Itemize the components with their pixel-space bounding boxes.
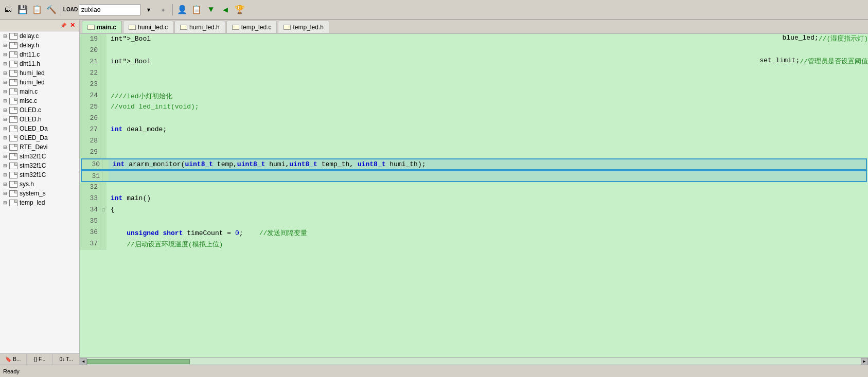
- code-line-30[interactable]: 30 int ararm_monitor(uint8_t temp,uint8_…: [81, 158, 867, 170]
- sidebar-item-8[interactable]: ⊞ OLED.c: [0, 105, 79, 115]
- expand-icon-11: ⊞: [2, 135, 8, 141]
- code-line-21[interactable]: 21 int">_Bool set_limit; //管理员是否设置阈值: [80, 57, 868, 68]
- code-line-25[interactable]: 25 //void led_init(void);: [80, 102, 868, 113]
- code-line-31[interactable]: 31: [81, 170, 867, 182]
- sidebar-item-10[interactable]: ⊞ OLED_Da: [0, 124, 79, 133]
- toolbar-sep-2: [172, 4, 173, 15]
- line-fold-25: [100, 102, 107, 113]
- code-editor[interactable]: 19 int">_Bool blue_led; //(湿度指示灯) 20 21 …: [80, 34, 868, 357]
- tab-0[interactable]: main.c: [82, 21, 122, 33]
- sidebar-item-13[interactable]: ⊞ stm32f1C: [0, 152, 79, 161]
- sidebar-header-icons: 📌 ✕: [60, 22, 76, 29]
- line-fold-27: [100, 124, 107, 136]
- sidebar-pin-icon[interactable]: 📌: [60, 22, 67, 29]
- tab-4[interactable]: temp_led.h: [278, 21, 329, 33]
- code-line-22[interactable]: 22: [80, 68, 868, 79]
- line-code-30: int ararm_monitor(uint8_t temp,uint8_t h…: [109, 159, 866, 169]
- sidebar-item-15[interactable]: ⊞ stm32f1C: [0, 170, 79, 179]
- tab-label-2: humi_led.h: [189, 24, 220, 31]
- line-code-34: {: [107, 205, 868, 216]
- line-fold-20: [100, 45, 107, 57]
- toolbar-icon-copy[interactable]: 📋: [31, 4, 43, 16]
- code-line-26[interactable]: 26: [80, 113, 868, 124]
- code-line-19[interactable]: 19 int">_Bool blue_led; //(湿度指示灯): [80, 34, 868, 45]
- file-icon-15: [8, 171, 19, 178]
- sidebar-item-label-15: stm32f1C: [20, 171, 46, 178]
- line-code-27: int deal_mode;: [107, 124, 868, 136]
- sidebar-item-5[interactable]: ⊞ humi_led: [0, 78, 79, 87]
- sidebar-item-12[interactable]: ⊞ RTE_Devi: [0, 142, 79, 152]
- sidebar-bottom-tabs: 🔖 B... {} F... 0↓ T...: [0, 353, 79, 365]
- code-line-29[interactable]: 29: [80, 147, 868, 158]
- expand-icon-6: ⊞: [2, 88, 8, 95]
- line-num-36: 36: [80, 227, 100, 239]
- status-bar: Ready: [0, 365, 868, 377]
- sidebar-item-7[interactable]: ⊞ misc.c: [0, 96, 79, 105]
- code-line-28[interactable]: 28: [80, 136, 868, 147]
- sidebar-item-14[interactable]: ⊞ stm32f1C: [0, 161, 79, 170]
- sidebar-item-17[interactable]: ⊞ system_s: [0, 189, 79, 198]
- line-fold-23: [100, 79, 107, 91]
- line-num-32: 32: [80, 182, 100, 193]
- code-line-37[interactable]: 37 //启动设置环境温度(模拟上位): [80, 239, 868, 250]
- toolbar-icon-save[interactable]: 💾: [16, 4, 29, 16]
- tab-2[interactable]: humi_led.h: [174, 21, 225, 33]
- toolbar-icon-dropdown[interactable]: ▾: [143, 4, 155, 16]
- toolbar-icon-green[interactable]: ▼: [205, 4, 217, 16]
- sidebar-close-icon[interactable]: ✕: [69, 22, 76, 29]
- line-fold-34[interactable]: □: [100, 205, 107, 216]
- sidebar-item-16[interactable]: ⊞ sys.h: [0, 179, 79, 189]
- sidebar-tab-functions[interactable]: {} F...: [27, 354, 54, 365]
- sidebar-item-11[interactable]: ⊞ OLED_Da: [0, 133, 79, 142]
- tab-icon-4: [284, 25, 291, 30]
- h-scroll-thumb[interactable]: [87, 359, 190, 364]
- sidebar-tab-bookmarks[interactable]: 🔖 B...: [0, 354, 27, 365]
- sidebar-item-label-4: humi_led: [20, 69, 45, 77]
- sidebar-item-2[interactable]: ⊞ dht11.c: [0, 50, 79, 59]
- h-scroll-track[interactable]: [87, 359, 861, 364]
- code-line-27[interactable]: 27 int deal_mode;: [80, 124, 868, 136]
- code-line-24[interactable]: 24 ////led小灯初始化: [80, 91, 868, 102]
- h-scroll-right[interactable]: ▶: [861, 358, 868, 365]
- sidebar-list: ⊞ delay.c ⊞ delay.h ⊞ dht11.c ⊞ dht11.h …: [0, 31, 79, 353]
- tab-1[interactable]: humi_led.c: [123, 21, 173, 33]
- line-num-27: 27: [80, 124, 100, 136]
- h-scroll-left[interactable]: ◀: [80, 358, 87, 365]
- line-num-37: 37: [80, 239, 100, 250]
- toolbar-icon-medal[interactable]: 🏆: [234, 4, 246, 16]
- file-icon-9: [8, 116, 19, 123]
- toolbar-icon-run[interactable]: ✦: [157, 4, 169, 16]
- line-fold-22: [100, 68, 107, 79]
- line-code-26: [107, 113, 868, 124]
- sidebar-tab-templates[interactable]: 0↓ T...: [53, 354, 79, 365]
- toolbar-icon-copy2[interactable]: 📋: [190, 4, 203, 16]
- sidebar-item-4[interactable]: ⊞ humi_led: [0, 68, 79, 78]
- sidebar-item-9[interactable]: ⊞ OLED.h: [0, 115, 79, 124]
- toolbar-icon-build[interactable]: 🔨: [45, 4, 58, 16]
- sidebar-item-6[interactable]: ⊞ main.c: [0, 87, 79, 96]
- sidebar-item-18[interactable]: ⊞ temp_led: [0, 198, 79, 207]
- sidebar-item-label-8: OLED.c: [20, 106, 41, 114]
- code-line-32[interactable]: 32: [80, 182, 868, 193]
- project-name-input[interactable]: [79, 4, 140, 15]
- sidebar-item-0[interactable]: ⊞ delay.c: [0, 31, 79, 41]
- tab-3[interactable]: temp_led.c: [226, 21, 277, 33]
- sidebar-item-3[interactable]: ⊞ dht11.h: [0, 59, 79, 68]
- code-line-33[interactable]: 33 int main(): [80, 193, 868, 205]
- code-line-23[interactable]: 23: [80, 79, 868, 91]
- line-code-37: //启动设置环境温度(模拟上位): [107, 239, 868, 250]
- code-line-36[interactable]: 36 unsigned short timeCount = 0; //发送间隔变…: [80, 227, 868, 239]
- sidebar-item-label-5: humi_led: [20, 79, 45, 86]
- toolbar-icon-upload[interactable]: 👤: [176, 4, 188, 16]
- code-line-35[interactable]: 35: [80, 216, 868, 227]
- code-line-20[interactable]: 20: [80, 45, 868, 57]
- sidebar-item-1[interactable]: ⊞ delay.h: [0, 41, 79, 50]
- line-code-21: int">_Bool: [107, 57, 759, 68]
- tab-label-4: temp_led.h: [293, 24, 323, 31]
- toolbar-icon-green2[interactable]: ◀: [219, 4, 232, 16]
- toolbar-icon-open[interactable]: 🗂: [2, 4, 14, 16]
- file-icon-2: [8, 51, 19, 58]
- toolbar-icon-load[interactable]: LOAD: [64, 4, 77, 16]
- code-line-34[interactable]: 34 □ {: [80, 205, 868, 216]
- sidebar-item-label-9: OLED.h: [20, 116, 42, 123]
